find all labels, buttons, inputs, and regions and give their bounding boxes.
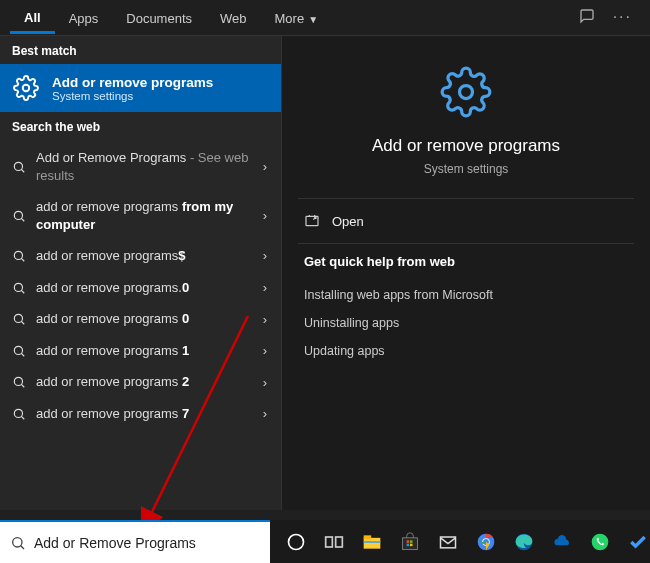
checkmark-icon[interactable] bbox=[626, 530, 650, 554]
svg-rect-16 bbox=[364, 537, 381, 548]
detail-subtitle: System settings bbox=[424, 162, 509, 176]
svg-point-9 bbox=[460, 86, 473, 99]
gear-icon bbox=[440, 66, 492, 122]
tab-all[interactable]: All bbox=[10, 2, 55, 34]
help-link[interactable]: Updating apps bbox=[304, 337, 628, 365]
svg-rect-20 bbox=[407, 540, 410, 543]
edge-icon[interactable] bbox=[512, 530, 536, 554]
chevron-right-icon: › bbox=[263, 375, 269, 390]
search-icon bbox=[10, 209, 28, 223]
best-match-subtitle: System settings bbox=[52, 90, 213, 102]
results-list: Best match Add or remove programs System… bbox=[0, 36, 282, 510]
chrome-icon[interactable] bbox=[474, 530, 498, 554]
web-result[interactable]: add or remove programs$› bbox=[0, 240, 281, 272]
svg-point-2 bbox=[14, 211, 22, 219]
best-match-result[interactable]: Add or remove programs System settings bbox=[0, 64, 281, 112]
mail-icon[interactable] bbox=[436, 530, 460, 554]
search-icon bbox=[10, 375, 28, 389]
svg-point-12 bbox=[13, 537, 22, 546]
svg-point-29 bbox=[592, 533, 609, 550]
chevron-right-icon: › bbox=[263, 248, 269, 263]
svg-point-13 bbox=[289, 534, 304, 549]
svg-point-1 bbox=[14, 162, 22, 170]
taskbar bbox=[0, 520, 650, 563]
svg-rect-24 bbox=[441, 537, 456, 548]
search-icon bbox=[10, 249, 28, 263]
chevron-right-icon: › bbox=[263, 280, 269, 295]
svg-rect-15 bbox=[336, 537, 343, 547]
open-icon bbox=[304, 213, 320, 229]
chevron-down-icon: ▼ bbox=[308, 14, 318, 25]
tab-web[interactable]: Web bbox=[206, 3, 261, 32]
web-result[interactable]: Add or Remove Programs - See web results… bbox=[0, 142, 281, 191]
svg-point-8 bbox=[14, 409, 22, 417]
results-area: Best match Add or remove programs System… bbox=[0, 36, 650, 510]
chevron-right-icon: › bbox=[263, 159, 269, 174]
gear-icon bbox=[12, 74, 40, 102]
cortana-icon[interactable] bbox=[284, 530, 308, 554]
svg-rect-18 bbox=[364, 541, 381, 543]
search-icon bbox=[10, 535, 26, 551]
tab-documents[interactable]: Documents bbox=[112, 3, 206, 32]
search-input[interactable] bbox=[34, 535, 260, 551]
file-explorer-icon[interactable] bbox=[360, 530, 384, 554]
svg-point-7 bbox=[14, 377, 22, 385]
whatsapp-icon[interactable] bbox=[588, 530, 612, 554]
web-result[interactable]: add or remove programs 7› bbox=[0, 398, 281, 430]
svg-point-5 bbox=[14, 314, 22, 322]
more-options-icon[interactable]: ··· bbox=[613, 8, 632, 28]
tab-more[interactable]: More▼ bbox=[261, 3, 333, 32]
search-icon bbox=[10, 312, 28, 326]
help-link[interactable]: Uninstalling apps bbox=[304, 309, 628, 337]
web-result[interactable]: add or remove programs 0› bbox=[0, 303, 281, 335]
best-match-label: Best match bbox=[0, 36, 281, 64]
svg-point-3 bbox=[14, 251, 22, 259]
tab-apps[interactable]: Apps bbox=[55, 3, 113, 32]
web-result[interactable]: add or remove programs 1› bbox=[0, 335, 281, 367]
svg-rect-17 bbox=[364, 535, 372, 538]
svg-point-4 bbox=[14, 283, 22, 291]
search-icon bbox=[10, 407, 28, 421]
help-link[interactable]: Installing web apps from Microsoft bbox=[304, 281, 628, 309]
svg-point-6 bbox=[14, 346, 22, 354]
chevron-right-icon: › bbox=[263, 312, 269, 327]
filter-tabs: All Apps Documents Web More▼ ··· bbox=[0, 0, 650, 36]
detail-title: Add or remove programs bbox=[372, 136, 560, 156]
chevron-right-icon: › bbox=[263, 208, 269, 223]
open-label: Open bbox=[332, 214, 364, 229]
svg-point-0 bbox=[23, 85, 30, 92]
feedback-icon[interactable] bbox=[579, 8, 595, 28]
svg-rect-22 bbox=[407, 543, 410, 546]
detail-pane: Add or remove programs System settings O… bbox=[282, 36, 650, 510]
best-match-title: Add or remove programs bbox=[52, 75, 213, 90]
search-icon bbox=[10, 344, 28, 358]
svg-rect-23 bbox=[410, 543, 413, 546]
chevron-right-icon: › bbox=[263, 343, 269, 358]
svg-rect-14 bbox=[326, 537, 333, 547]
web-result[interactable]: add or remove programs.0› bbox=[0, 272, 281, 304]
help-title: Get quick help from web bbox=[304, 254, 628, 269]
search-box[interactable] bbox=[0, 520, 270, 563]
search-icon bbox=[10, 281, 28, 295]
web-result[interactable]: add or remove programs from my computer› bbox=[0, 191, 281, 240]
microsoft-store-icon[interactable] bbox=[398, 530, 422, 554]
svg-rect-21 bbox=[410, 540, 413, 543]
onedrive-icon[interactable] bbox=[550, 530, 574, 554]
task-view-icon[interactable] bbox=[322, 530, 346, 554]
open-action[interactable]: Open bbox=[282, 199, 650, 243]
web-results-list: Add or Remove Programs - See web results… bbox=[0, 140, 281, 431]
chevron-right-icon: › bbox=[263, 406, 269, 421]
search-web-label: Search the web bbox=[0, 112, 281, 140]
web-result[interactable]: add or remove programs 2› bbox=[0, 366, 281, 398]
svg-rect-19 bbox=[403, 537, 418, 549]
search-icon bbox=[10, 160, 28, 174]
